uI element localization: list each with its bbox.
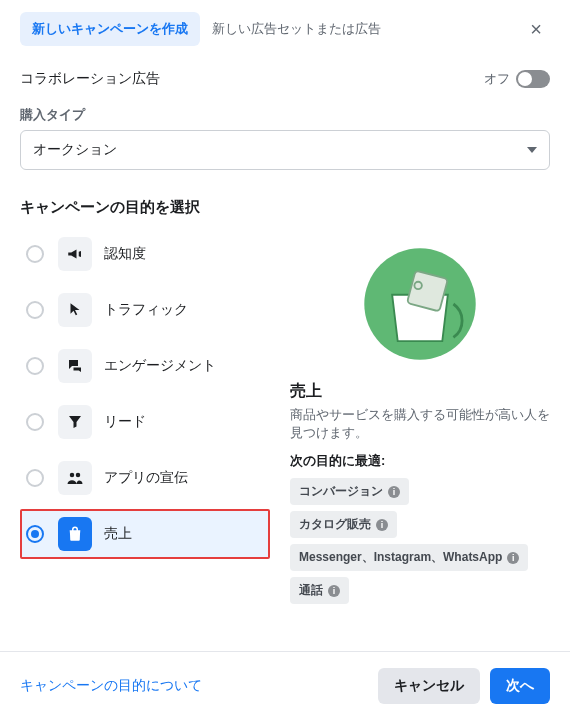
detail-chip: 通話i (290, 577, 349, 604)
chip-label: 通話 (299, 582, 323, 599)
objective-section-title: キャンペーンの目的を選択 (0, 170, 570, 229)
info-icon[interactable]: i (328, 585, 340, 597)
objective-leads[interactable]: リード (20, 397, 270, 447)
chip-label: コンバージョン (299, 483, 383, 500)
svg-rect-4 (407, 271, 448, 312)
info-icon[interactable]: i (507, 552, 519, 564)
detail-title: 売上 (290, 381, 550, 402)
objective-label: トラフィック (104, 301, 188, 319)
objective-radio[interactable] (26, 525, 44, 543)
collab-ads-label: コラボレーション広告 (20, 70, 160, 88)
objective-detail-panel: 売上 商品やサービスを購入する可能性が高い人を見つけます。 次の目的に最適: コ… (290, 229, 550, 610)
objective-radio[interactable] (26, 301, 44, 319)
objective-sales[interactable]: 売上 (20, 509, 270, 559)
learn-more-link[interactable]: キャンペーンの目的について (20, 677, 202, 695)
chip-label: Messenger、Instagram、WhatsApp (299, 549, 502, 566)
svg-point-0 (70, 473, 75, 478)
objective-label: アプリの宣伝 (104, 469, 188, 487)
objective-traffic[interactable]: トラフィック (20, 285, 270, 335)
detail-chip: コンバージョンi (290, 478, 409, 505)
objective-radio[interactable] (26, 357, 44, 375)
close-icon[interactable]: × (522, 14, 550, 45)
bag-icon (58, 517, 92, 551)
detail-best-for-label: 次の目的に最適: (290, 452, 550, 470)
objective-engagement[interactable]: エンゲージメント (20, 341, 270, 391)
objective-awareness[interactable]: 認知度 (20, 229, 270, 279)
objective-label: 認知度 (104, 245, 146, 263)
buying-type-value: オークション (33, 141, 117, 159)
detail-chip: カタログ販売i (290, 511, 397, 538)
chip-label: カタログ販売 (299, 516, 371, 533)
chat-icon (58, 349, 92, 383)
objective-radio[interactable] (26, 413, 44, 431)
megaphone-icon (58, 237, 92, 271)
next-button[interactable]: 次へ (490, 668, 550, 704)
tab-create-campaign[interactable]: 新しいキャンペーンを作成 (20, 12, 200, 46)
objective-label: 売上 (104, 525, 132, 543)
objective-app[interactable]: アプリの宣伝 (20, 453, 270, 503)
toggle-state-text: オフ (484, 70, 510, 88)
detail-description: 商品やサービスを購入する可能性が高い人を見つけます。 (290, 406, 550, 442)
objective-radio[interactable] (26, 245, 44, 263)
buying-type-select[interactable]: オークション (20, 130, 550, 170)
funnel-icon (58, 405, 92, 439)
collab-ads-toggle[interactable] (516, 70, 550, 88)
sales-illustration (345, 239, 495, 369)
svg-rect-2 (71, 531, 80, 540)
info-icon[interactable]: i (388, 486, 400, 498)
cursor-icon (58, 293, 92, 327)
chevron-down-icon (527, 147, 537, 153)
tab-new-adset[interactable]: 新しい広告セットまたは広告 (200, 12, 393, 46)
svg-point-1 (76, 473, 81, 478)
objectives-list: 認知度トラフィックエンゲージメントリードアプリの宣伝売上 (20, 229, 270, 610)
objective-label: リード (104, 413, 146, 431)
objective-radio[interactable] (26, 469, 44, 487)
info-icon[interactable]: i (376, 519, 388, 531)
cancel-button[interactable]: キャンセル (378, 668, 480, 704)
people-icon (58, 461, 92, 495)
objective-label: エンゲージメント (104, 357, 216, 375)
detail-chip: Messenger、Instagram、WhatsAppi (290, 544, 528, 571)
buying-type-label: 購入タイプ (0, 96, 570, 128)
